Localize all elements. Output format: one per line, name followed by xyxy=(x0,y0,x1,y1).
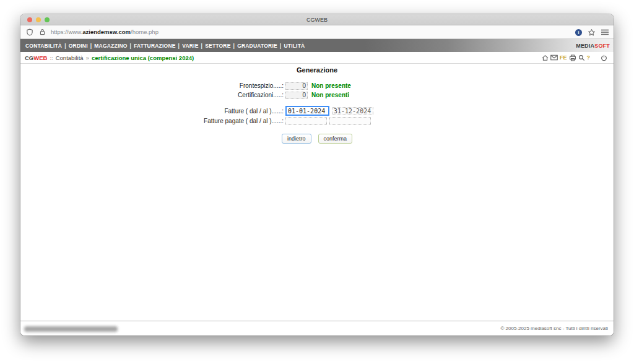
page-content: Generazione Frontespizio.....: Non prese… xyxy=(20,66,614,323)
menu-hamburger-icon[interactable] xyxy=(601,29,609,35)
nav-item-fatturazione[interactable]: FATTURAZIONE xyxy=(134,43,175,49)
breadcrumb-current-page: certificazione unica (compensi 2024) xyxy=(92,54,194,61)
copyright-text: © 2005-2025 mediasoft snc - Tutti i diri… xyxy=(500,326,608,331)
certificazioni-label: Certificazioni.....: xyxy=(20,92,285,98)
fatture-pagate-row: Fatture pagate ( dal / al )......: xyxy=(20,116,614,126)
frontespizio-label: Frontespizio.....: xyxy=(20,82,285,89)
nav-item-contabilita[interactable]: CONTABILITÀ xyxy=(25,43,62,49)
url-prefix: https://www. xyxy=(51,28,82,35)
certificazioni-status: Non presenti xyxy=(311,92,349,98)
nav-item-magazzino[interactable]: MAGAZZINO xyxy=(94,43,127,49)
nav-item-settore[interactable]: SETTORE xyxy=(205,43,230,49)
certificazioni-count-field[interactable] xyxy=(285,92,308,99)
address-field[interactable]: https://www.aziendemsw.com/home.php xyxy=(51,28,158,35)
lock-icon[interactable] xyxy=(39,28,46,35)
frontespizio-status: Non presente xyxy=(311,82,351,89)
fatture-row: Fatture ( dal / al )......: xyxy=(20,106,614,116)
url-domain: aziendemsw.com xyxy=(82,28,131,35)
fe-badge[interactable]: FE xyxy=(560,54,567,61)
redacted-company-text xyxy=(24,326,118,332)
titlebar: CGWEB xyxy=(20,14,614,25)
shield-icon[interactable] xyxy=(26,28,33,36)
breadcrumb: CGWEB :: Contabilità » certificazione un… xyxy=(20,52,614,64)
breadcrumb-section[interactable]: Contabilità xyxy=(56,54,84,61)
nav-item-utilita[interactable]: UTILITÀ xyxy=(284,43,305,49)
url-path: /home.php xyxy=(131,28,158,35)
fatture-label: Fatture ( dal / al )......: xyxy=(20,108,285,115)
nav-item-graduatorie[interactable]: GRADUATORIE xyxy=(237,43,277,49)
frontespizio-row: Frontespizio.....: Non presente xyxy=(20,81,614,90)
close-window-button[interactable] xyxy=(27,17,32,22)
print-icon[interactable] xyxy=(569,54,576,61)
breadcrumb-app-name: CG xyxy=(25,54,33,61)
search-icon[interactable] xyxy=(578,54,585,61)
generazione-form: Frontespizio.....: Non presente Certific… xyxy=(20,81,614,144)
certificazioni-row: Certificazioni.....: Non presenti xyxy=(20,90,614,100)
minimize-window-button[interactable] xyxy=(36,17,41,22)
fatture-pagate-label: Fatture pagate ( dal / al )......: xyxy=(20,118,285,124)
nav-item-ordini[interactable]: ORDINI xyxy=(69,43,88,49)
bookmark-star-icon[interactable] xyxy=(588,28,596,37)
extension-icon[interactable]: i xyxy=(575,29,582,36)
power-logout-icon[interactable] xyxy=(601,54,607,61)
indietro-button[interactable]: indietro xyxy=(282,134,311,144)
help-icon[interactable]: ? xyxy=(587,54,591,61)
mail-icon[interactable] xyxy=(550,54,558,61)
fatture-dal-field[interactable] xyxy=(285,106,329,116)
footer: © 2005-2025 mediasoft snc - Tutti i diri… xyxy=(20,321,614,336)
browser-window: CGWEB https://www.aziendemsw.com/home.ph… xyxy=(20,14,614,336)
form-buttons: indietro conferma xyxy=(20,134,614,144)
url-bar: https://www.aziendemsw.com/home.php i xyxy=(20,25,614,39)
frontespizio-count-field[interactable] xyxy=(285,82,308,90)
nav-item-varie[interactable]: VARIE xyxy=(182,43,198,49)
window-title: CGWEB xyxy=(20,14,614,25)
mediasoft-logo: MEDIASOFT xyxy=(576,43,610,49)
conferma-button[interactable]: conferma xyxy=(318,134,353,144)
fatture-al-field[interactable] xyxy=(332,107,373,115)
fatture-pagate-al-field[interactable] xyxy=(329,117,371,125)
home-icon[interactable] xyxy=(542,54,549,61)
zoom-window-button[interactable] xyxy=(45,17,50,22)
app-navbar: CONTABILITÀ| ORDINI| MAGAZZINO| FATTURAZ… xyxy=(20,39,614,52)
fatture-pagate-dal-field[interactable] xyxy=(285,117,327,125)
page-title: Generazione xyxy=(20,66,614,74)
